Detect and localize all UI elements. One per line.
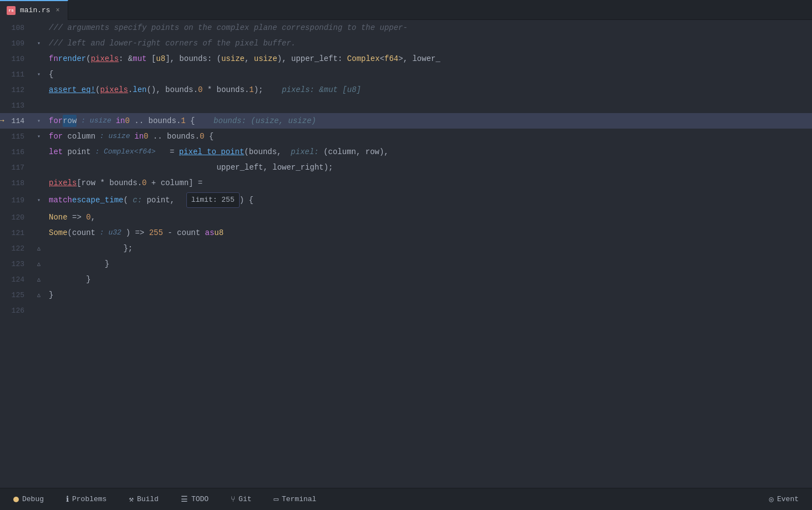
fold-gutter — [33, 144, 44, 160]
fold-icon[interactable]: ▾ — [37, 118, 40, 124]
code-content[interactable]: for row : usize in 0 .. bounds.1 { bound… — [44, 113, 812, 129]
code-line: 111▾{ — [0, 67, 812, 82]
code-content[interactable]: None => 0, — [44, 210, 812, 225]
status-bar: Debug ℹ Problems ⚒ Build ☰ TODO ⑂ Git ▭ … — [0, 488, 812, 510]
code-line: →114▾ for row : usize in 0 .. bounds.1 {… — [0, 113, 812, 129]
code-content[interactable]: match escape_time( c: point, limit: 255)… — [44, 191, 812, 210]
fold-gutter — [33, 210, 44, 225]
code-line: 117 upper_left, lower_right); — [0, 160, 812, 175]
fold-icon[interactable]: ▾ — [37, 71, 40, 78]
code-content[interactable]: upper_left, lower_right); — [44, 160, 812, 175]
git-label: Git — [238, 495, 251, 503]
line-number: 124 — [0, 272, 33, 287]
debug-icon — [13, 497, 19, 502]
line-number: 123 — [0, 256, 33, 272]
fold-gutter[interactable]: ▾ — [33, 191, 44, 210]
code-line: 119▾ match escape_time( c: point, limit:… — [0, 191, 812, 210]
code-content[interactable]: let point : Complex<f64> = pixel_to_poin… — [44, 144, 812, 160]
line-number: 126 — [0, 303, 33, 318]
code-content[interactable]: } — [44, 256, 812, 272]
line-number: 111 — [0, 67, 33, 82]
code-content[interactable]: }; — [44, 241, 812, 256]
event-status[interactable]: ◎ Event — [765, 492, 803, 506]
line-number: 110 — [0, 51, 33, 67]
line-number: 120 — [0, 210, 33, 225]
tab-bar: rs main.rs × — [0, 0, 812, 20]
code-content[interactable]: Some(count : u32 ) => 255 - count as u8 — [44, 225, 812, 241]
fold-gutter[interactable]: △ — [33, 256, 44, 272]
code-line: 120 None => 0, — [0, 210, 812, 225]
problems-label: Problems — [72, 495, 106, 503]
code-line: 121 Some(count : u32 ) => 255 - count as… — [0, 225, 812, 241]
code-container: 108/// arguments specify points on the c… — [0, 20, 812, 488]
terminal-icon: ▭ — [274, 494, 278, 504]
fold-gutter[interactable]: △ — [33, 272, 44, 287]
line-number: 115 — [0, 129, 33, 144]
fold-gutter[interactable]: ▾ — [33, 67, 44, 82]
tab-close-button[interactable]: × — [55, 6, 61, 16]
git-status[interactable]: ⑂ Git — [226, 493, 256, 506]
tab-main-rs[interactable]: rs main.rs × — [0, 0, 68, 20]
code-line: 110fn render(pixels: &mut [u8], bounds: … — [0, 51, 812, 67]
code-line: 112 assert_eq!(pixels.len(), bounds.0 * … — [0, 82, 812, 98]
git-icon: ⑂ — [231, 495, 235, 504]
fold-gutter — [33, 82, 44, 98]
todo-icon: ☰ — [181, 494, 188, 504]
fold-gutter — [33, 98, 44, 113]
fold-icon[interactable]: ▾ — [37, 40, 40, 47]
event-icon: ◎ — [769, 494, 774, 504]
fold-icon[interactable]: △ — [37, 245, 40, 252]
todo-status[interactable]: ☰ TODO — [176, 492, 213, 506]
debug-label: Debug — [22, 495, 44, 503]
code-line: 116 let point : Complex<f64> = pixel_to_… — [0, 144, 812, 160]
fold-gutter[interactable]: ▾ — [33, 35, 44, 51]
line-number: 113 — [0, 98, 33, 113]
build-icon: ⚒ — [129, 494, 133, 504]
code-content[interactable]: } — [44, 287, 812, 303]
code-content[interactable]: assert_eq!(pixels.len(), bounds.0 * boun… — [44, 82, 812, 98]
fold-gutter — [33, 175, 44, 191]
fold-gutter — [33, 225, 44, 241]
line-number: 112 — [0, 82, 33, 98]
problems-icon: ℹ — [66, 494, 69, 504]
line-number: 109 — [0, 35, 33, 51]
fold-icon[interactable]: △ — [37, 276, 40, 283]
code-line: 109▾/// left and lower-right corners of … — [0, 35, 812, 51]
line-number: 118 — [0, 175, 33, 191]
fold-icon[interactable]: △ — [37, 261, 40, 267]
fold-gutter[interactable]: △ — [33, 241, 44, 256]
build-label: Build — [137, 495, 159, 503]
problems-status[interactable]: ℹ Problems — [62, 492, 111, 506]
code-content[interactable]: fn render(pixels: &mut [u8], bounds: (us… — [44, 51, 812, 67]
code-line: 126 — [0, 303, 812, 318]
code-content[interactable]: } — [44, 272, 812, 287]
fold-gutter[interactable]: ▾ — [33, 113, 44, 129]
code-content[interactable]: { — [44, 67, 812, 82]
fold-gutter — [33, 303, 44, 318]
code-content[interactable] — [44, 303, 812, 318]
event-label: Event — [777, 495, 799, 503]
tab-filename: main.rs — [20, 6, 50, 14]
fold-icon[interactable]: ▾ — [37, 197, 40, 203]
code-content[interactable]: /// left and lower-right corners of the … — [44, 35, 812, 51]
line-number: 119 — [0, 191, 33, 210]
code-content[interactable] — [44, 98, 812, 113]
code-line: 108/// arguments specify points on the c… — [0, 20, 812, 35]
code-content[interactable]: /// arguments specify points on the comp… — [44, 20, 812, 35]
build-status[interactable]: ⚒ Build — [124, 492, 163, 506]
code-content[interactable]: for column : usize in 0 .. bounds.0 { — [44, 129, 812, 144]
code-line: 113 — [0, 98, 812, 113]
code-line: 124△ } — [0, 272, 812, 287]
fold-gutter[interactable]: ▾ — [33, 129, 44, 144]
line-number: 125 — [0, 287, 33, 303]
fold-icon[interactable]: ▾ — [37, 133, 40, 140]
terminal-status[interactable]: ▭ Terminal — [270, 492, 321, 506]
fold-gutter — [33, 51, 44, 67]
code-line: 125△} — [0, 287, 812, 303]
fold-gutter[interactable]: △ — [33, 287, 44, 303]
debug-status[interactable]: Debug — [9, 493, 48, 506]
code-content[interactable]: pixels[row * bounds.0 + column] = — [44, 175, 812, 191]
editor-area: 108/// arguments specify points on the c… — [0, 20, 812, 488]
terminal-label: Terminal — [282, 495, 316, 503]
fold-icon[interactable]: △ — [37, 292, 40, 298]
